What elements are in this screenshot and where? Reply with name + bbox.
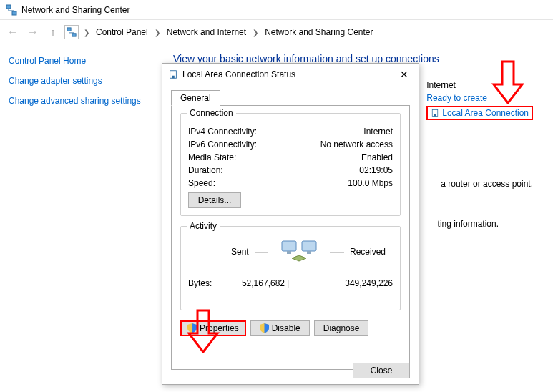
router-text-fragment: a router or access point. bbox=[441, 179, 533, 189]
chevron-right-icon[interactable]: ❯ bbox=[82, 29, 92, 36]
disable-button[interactable]: Disable bbox=[250, 320, 310, 336]
svg-rect-2 bbox=[67, 28, 71, 31]
ethernet-icon bbox=[168, 69, 178, 79]
diagnose-button[interactable]: Diagnose bbox=[314, 320, 369, 336]
activity-group: Activity Sent R bbox=[180, 226, 401, 310]
ipv4-label: IPv4 Connectivity: bbox=[188, 127, 257, 137]
homegroup-link[interactable]: Ready to create bbox=[426, 93, 487, 103]
connection-group-title: Connection bbox=[187, 108, 236, 118]
breadcrumb-network-sharing[interactable]: Network and Sharing Center bbox=[263, 27, 374, 37]
bytes-sent-value: 52,167,682 bbox=[220, 278, 285, 288]
bytes-label: Bytes: bbox=[188, 278, 220, 288]
back-button[interactable]: ← bbox=[4, 24, 21, 41]
svg-rect-1 bbox=[12, 11, 16, 15]
sent-label: Sent bbox=[231, 247, 249, 257]
activity-computers-icon bbox=[280, 240, 318, 264]
svg-rect-8 bbox=[282, 241, 296, 251]
breadcrumb-root-icon[interactable] bbox=[64, 25, 79, 39]
close-button[interactable]: Close bbox=[353, 363, 410, 378]
svg-rect-5 bbox=[434, 114, 436, 117]
sidebar: Control Panel Home Change adapter settin… bbox=[0, 44, 162, 392]
window-title: Network and Sharing Center bbox=[21, 5, 129, 15]
connection-link[interactable]: Local Area Connection bbox=[426, 106, 533, 120]
nav-bar: ← → ↑ ❯ Control Panel ❯ Network and Inte… bbox=[0, 20, 553, 44]
svg-rect-9 bbox=[302, 241, 316, 251]
forward-button[interactable]: → bbox=[24, 24, 41, 41]
network-icon bbox=[6, 4, 17, 16]
media-state-value: Enabled bbox=[361, 152, 393, 162]
duration-label: Duration: bbox=[188, 165, 223, 175]
svg-rect-10 bbox=[287, 251, 291, 254]
ethernet-icon bbox=[431, 109, 439, 117]
breadcrumb-network-internet[interactable]: Network and Internet bbox=[165, 27, 248, 37]
svg-rect-0 bbox=[6, 5, 11, 9]
close-icon[interactable]: ✕ bbox=[396, 66, 413, 83]
dialog-title-text: Local Area Connection Status bbox=[182, 69, 295, 79]
svg-rect-3 bbox=[72, 34, 76, 36]
chevron-right-icon[interactable]: ❯ bbox=[152, 29, 162, 36]
troubleshoot-text-fragment: ting information. bbox=[438, 219, 499, 229]
tab-general[interactable]: General bbox=[171, 90, 220, 106]
ipv6-value: No network access bbox=[320, 139, 393, 150]
received-label: Received bbox=[350, 247, 386, 257]
up-button[interactable]: ↑ bbox=[44, 24, 62, 41]
chevron-right-icon[interactable]: ❯ bbox=[250, 29, 260, 36]
sidebar-advanced-sharing[interactable]: Change advanced sharing settings bbox=[9, 96, 153, 106]
breadcrumb-control-panel[interactable]: Control Panel bbox=[94, 27, 150, 37]
sidebar-home[interactable]: Control Panel Home bbox=[9, 56, 153, 66]
ipv4-value: Internet bbox=[363, 127, 393, 137]
duration-value: 02:19:05 bbox=[359, 165, 393, 175]
speed-label: Speed: bbox=[188, 178, 215, 188]
shield-icon bbox=[260, 323, 269, 333]
speed-value: 100.0 Mbps bbox=[348, 178, 393, 188]
dialog-titlebar[interactable]: Local Area Connection Status ✕ bbox=[162, 64, 419, 85]
details-button[interactable]: Details... bbox=[188, 192, 241, 208]
ipv6-label: IPv6 Connectivity: bbox=[188, 139, 257, 150]
annotation-arrow-properties bbox=[186, 309, 220, 353]
access-type-value: Internet bbox=[426, 80, 456, 90]
bytes-received-value: 349,249,226 bbox=[292, 278, 393, 288]
svg-rect-7 bbox=[172, 76, 175, 79]
activity-group-title: Activity bbox=[187, 221, 220, 231]
annotation-arrow-connection bbox=[491, 60, 525, 104]
sidebar-adapter-settings[interactable]: Change adapter settings bbox=[9, 76, 153, 86]
connection-group: Connection IPv4 Connectivity:Internet IP… bbox=[180, 113, 401, 216]
svg-rect-11 bbox=[307, 251, 311, 254]
media-state-label: Media State: bbox=[188, 152, 236, 162]
window-titlebar: Network and Sharing Center bbox=[0, 0, 553, 20]
